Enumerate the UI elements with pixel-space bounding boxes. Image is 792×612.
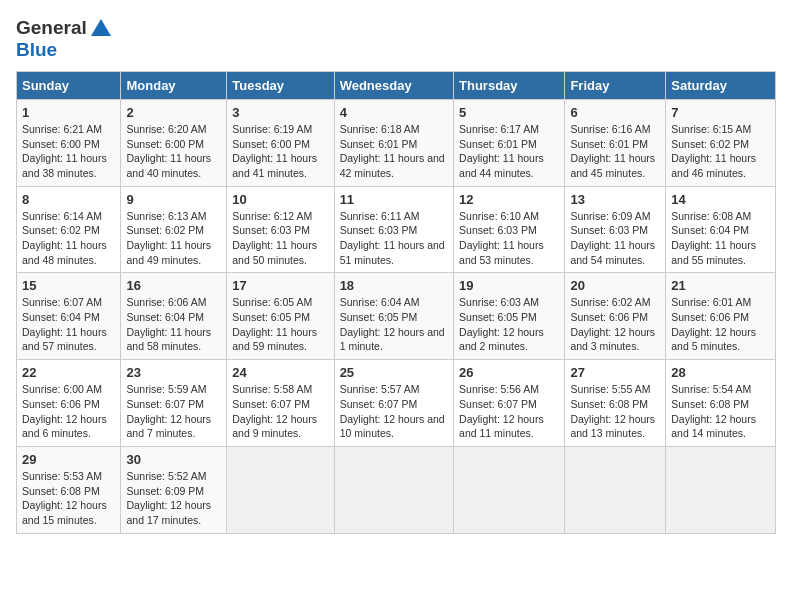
day-info: Sunrise: 5:52 AM Sunset: 6:09 PM Dayligh… bbox=[126, 469, 221, 528]
day-info: Sunrise: 6:21 AM Sunset: 6:00 PM Dayligh… bbox=[22, 122, 115, 181]
page-header: General Blue bbox=[16, 16, 776, 61]
weekday-header-monday: Monday bbox=[121, 71, 227, 99]
day-info: Sunrise: 5:54 AM Sunset: 6:08 PM Dayligh… bbox=[671, 382, 770, 441]
day-number: 9 bbox=[126, 192, 221, 207]
weekday-header-sunday: Sunday bbox=[17, 71, 121, 99]
day-info: Sunrise: 6:17 AM Sunset: 6:01 PM Dayligh… bbox=[459, 122, 559, 181]
day-number: 27 bbox=[570, 365, 660, 380]
day-info: Sunrise: 6:02 AM Sunset: 6:06 PM Dayligh… bbox=[570, 295, 660, 354]
day-number: 21 bbox=[671, 278, 770, 293]
day-number: 6 bbox=[570, 105, 660, 120]
day-info: Sunrise: 5:56 AM Sunset: 6:07 PM Dayligh… bbox=[459, 382, 559, 441]
calendar-cell: 4 Sunrise: 6:18 AM Sunset: 6:01 PM Dayli… bbox=[334, 99, 453, 186]
day-number: 15 bbox=[22, 278, 115, 293]
day-info: Sunrise: 6:00 AM Sunset: 6:06 PM Dayligh… bbox=[22, 382, 115, 441]
calendar-week-row: 29 Sunrise: 5:53 AM Sunset: 6:08 PM Dayl… bbox=[17, 446, 776, 533]
day-info: Sunrise: 6:01 AM Sunset: 6:06 PM Dayligh… bbox=[671, 295, 770, 354]
day-number: 28 bbox=[671, 365, 770, 380]
day-info: Sunrise: 6:11 AM Sunset: 6:03 PM Dayligh… bbox=[340, 209, 448, 268]
day-number: 13 bbox=[570, 192, 660, 207]
calendar-cell: 14 Sunrise: 6:08 AM Sunset: 6:04 PM Dayl… bbox=[666, 186, 776, 273]
logo-blue: Blue bbox=[16, 40, 114, 61]
calendar-cell: 11 Sunrise: 6:11 AM Sunset: 6:03 PM Dayl… bbox=[334, 186, 453, 273]
calendar-cell: 27 Sunrise: 5:55 AM Sunset: 6:08 PM Dayl… bbox=[565, 360, 666, 447]
calendar-header-row: SundayMondayTuesdayWednesdayThursdayFrid… bbox=[17, 71, 776, 99]
day-info: Sunrise: 6:13 AM Sunset: 6:02 PM Dayligh… bbox=[126, 209, 221, 268]
day-info: Sunrise: 6:15 AM Sunset: 6:02 PM Dayligh… bbox=[671, 122, 770, 181]
calendar-body: 1 Sunrise: 6:21 AM Sunset: 6:00 PM Dayli… bbox=[17, 99, 776, 533]
calendar-cell: 22 Sunrise: 6:00 AM Sunset: 6:06 PM Dayl… bbox=[17, 360, 121, 447]
day-info: Sunrise: 5:55 AM Sunset: 6:08 PM Dayligh… bbox=[570, 382, 660, 441]
day-info: Sunrise: 6:06 AM Sunset: 6:04 PM Dayligh… bbox=[126, 295, 221, 354]
day-number: 2 bbox=[126, 105, 221, 120]
calendar-cell: 10 Sunrise: 6:12 AM Sunset: 6:03 PM Dayl… bbox=[227, 186, 334, 273]
day-number: 22 bbox=[22, 365, 115, 380]
day-number: 12 bbox=[459, 192, 559, 207]
day-info: Sunrise: 5:58 AM Sunset: 6:07 PM Dayligh… bbox=[232, 382, 328, 441]
calendar-cell: 16 Sunrise: 6:06 AM Sunset: 6:04 PM Dayl… bbox=[121, 273, 227, 360]
svg-marker-0 bbox=[91, 19, 111, 36]
calendar-cell: 28 Sunrise: 5:54 AM Sunset: 6:08 PM Dayl… bbox=[666, 360, 776, 447]
day-info: Sunrise: 6:14 AM Sunset: 6:02 PM Dayligh… bbox=[22, 209, 115, 268]
weekday-header-tuesday: Tuesday bbox=[227, 71, 334, 99]
logo-icon bbox=[88, 16, 114, 42]
calendar-cell: 13 Sunrise: 6:09 AM Sunset: 6:03 PM Dayl… bbox=[565, 186, 666, 273]
calendar-week-row: 22 Sunrise: 6:00 AM Sunset: 6:06 PM Dayl… bbox=[17, 360, 776, 447]
day-number: 5 bbox=[459, 105, 559, 120]
day-info: Sunrise: 6:20 AM Sunset: 6:00 PM Dayligh… bbox=[126, 122, 221, 181]
logo: General Blue bbox=[16, 16, 114, 61]
day-number: 11 bbox=[340, 192, 448, 207]
day-info: Sunrise: 6:07 AM Sunset: 6:04 PM Dayligh… bbox=[22, 295, 115, 354]
day-info: Sunrise: 6:05 AM Sunset: 6:05 PM Dayligh… bbox=[232, 295, 328, 354]
day-number: 1 bbox=[22, 105, 115, 120]
calendar-cell: 9 Sunrise: 6:13 AM Sunset: 6:02 PM Dayli… bbox=[121, 186, 227, 273]
day-number: 4 bbox=[340, 105, 448, 120]
day-info: Sunrise: 5:59 AM Sunset: 6:07 PM Dayligh… bbox=[126, 382, 221, 441]
calendar-cell: 6 Sunrise: 6:16 AM Sunset: 6:01 PM Dayli… bbox=[565, 99, 666, 186]
day-number: 7 bbox=[671, 105, 770, 120]
weekday-header-thursday: Thursday bbox=[454, 71, 565, 99]
day-info: Sunrise: 6:16 AM Sunset: 6:01 PM Dayligh… bbox=[570, 122, 660, 181]
day-number: 24 bbox=[232, 365, 328, 380]
calendar-cell: 24 Sunrise: 5:58 AM Sunset: 6:07 PM Dayl… bbox=[227, 360, 334, 447]
calendar-week-row: 15 Sunrise: 6:07 AM Sunset: 6:04 PM Dayl… bbox=[17, 273, 776, 360]
day-info: Sunrise: 6:04 AM Sunset: 6:05 PM Dayligh… bbox=[340, 295, 448, 354]
calendar-cell: 17 Sunrise: 6:05 AM Sunset: 6:05 PM Dayl… bbox=[227, 273, 334, 360]
day-number: 10 bbox=[232, 192, 328, 207]
day-number: 14 bbox=[671, 192, 770, 207]
day-info: Sunrise: 5:53 AM Sunset: 6:08 PM Dayligh… bbox=[22, 469, 115, 528]
day-info: Sunrise: 6:18 AM Sunset: 6:01 PM Dayligh… bbox=[340, 122, 448, 181]
calendar-cell: 20 Sunrise: 6:02 AM Sunset: 6:06 PM Dayl… bbox=[565, 273, 666, 360]
day-number: 19 bbox=[459, 278, 559, 293]
calendar-cell: 15 Sunrise: 6:07 AM Sunset: 6:04 PM Dayl… bbox=[17, 273, 121, 360]
calendar-cell bbox=[334, 446, 453, 533]
day-info: Sunrise: 6:19 AM Sunset: 6:00 PM Dayligh… bbox=[232, 122, 328, 181]
calendar-cell bbox=[227, 446, 334, 533]
day-number: 29 bbox=[22, 452, 115, 467]
day-info: Sunrise: 5:57 AM Sunset: 6:07 PM Dayligh… bbox=[340, 382, 448, 441]
calendar-cell: 26 Sunrise: 5:56 AM Sunset: 6:07 PM Dayl… bbox=[454, 360, 565, 447]
day-number: 16 bbox=[126, 278, 221, 293]
calendar-cell: 3 Sunrise: 6:19 AM Sunset: 6:00 PM Dayli… bbox=[227, 99, 334, 186]
calendar-week-row: 8 Sunrise: 6:14 AM Sunset: 6:02 PM Dayli… bbox=[17, 186, 776, 273]
calendar-cell: 25 Sunrise: 5:57 AM Sunset: 6:07 PM Dayl… bbox=[334, 360, 453, 447]
calendar-cell: 19 Sunrise: 6:03 AM Sunset: 6:05 PM Dayl… bbox=[454, 273, 565, 360]
day-info: Sunrise: 6:08 AM Sunset: 6:04 PM Dayligh… bbox=[671, 209, 770, 268]
calendar-cell: 7 Sunrise: 6:15 AM Sunset: 6:02 PM Dayli… bbox=[666, 99, 776, 186]
calendar-cell: 1 Sunrise: 6:21 AM Sunset: 6:00 PM Dayli… bbox=[17, 99, 121, 186]
calendar-cell bbox=[565, 446, 666, 533]
day-number: 26 bbox=[459, 365, 559, 380]
day-number: 8 bbox=[22, 192, 115, 207]
day-number: 3 bbox=[232, 105, 328, 120]
calendar-cell: 12 Sunrise: 6:10 AM Sunset: 6:03 PM Dayl… bbox=[454, 186, 565, 273]
weekday-header-saturday: Saturday bbox=[666, 71, 776, 99]
calendar-cell: 29 Sunrise: 5:53 AM Sunset: 6:08 PM Dayl… bbox=[17, 446, 121, 533]
calendar-cell: 21 Sunrise: 6:01 AM Sunset: 6:06 PM Dayl… bbox=[666, 273, 776, 360]
day-number: 23 bbox=[126, 365, 221, 380]
calendar-cell: 2 Sunrise: 6:20 AM Sunset: 6:00 PM Dayli… bbox=[121, 99, 227, 186]
calendar-cell: 8 Sunrise: 6:14 AM Sunset: 6:02 PM Dayli… bbox=[17, 186, 121, 273]
calendar-cell bbox=[666, 446, 776, 533]
day-number: 30 bbox=[126, 452, 221, 467]
day-info: Sunrise: 6:10 AM Sunset: 6:03 PM Dayligh… bbox=[459, 209, 559, 268]
calendar-cell: 5 Sunrise: 6:17 AM Sunset: 6:01 PM Dayli… bbox=[454, 99, 565, 186]
